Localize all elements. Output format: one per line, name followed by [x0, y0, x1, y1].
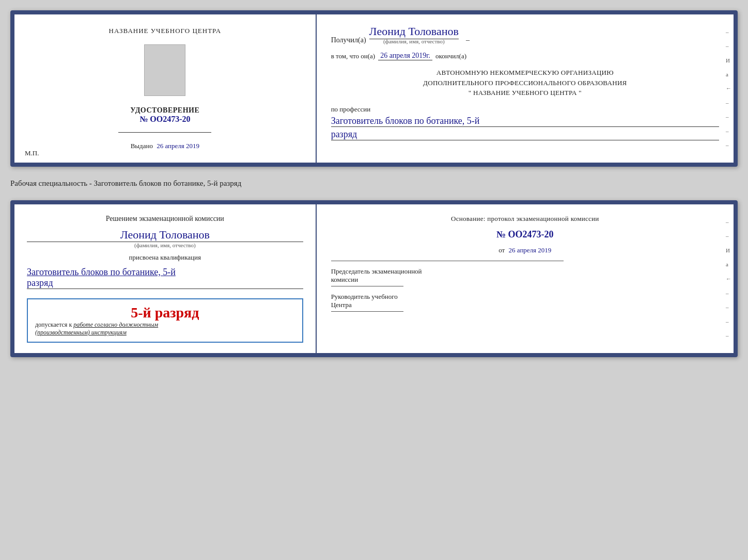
rukovoditel-label: Руководитель учебного	[331, 293, 719, 301]
dopuskaetsya-value: работе согласно должностным	[73, 321, 158, 328]
separator-text: Рабочая специальность - Заготовитель бло…	[10, 176, 738, 191]
side-marks: – – И а ← – – – –	[726, 14, 731, 163]
dopuskaetsya-text: допускается к работе согласно должностны…	[35, 321, 295, 337]
stamp-rank: 5-й разряд	[35, 305, 295, 321]
ot-date-line: от 26 апреля 2019	[331, 246, 719, 254]
vtom-line: в том, что он(а) 26 апреля 2019г. окончи…	[331, 52, 719, 60]
bottom-doc-left: Решением экзаменационной комиссии Леонид…	[14, 204, 317, 353]
prisvoena-label: присвоена квалификация	[27, 253, 303, 262]
side-marks-bottom: – – И а ← – – – –	[726, 204, 731, 353]
udostoverenie-title: УДОСТОВЕРЕНИЕ	[130, 106, 199, 115]
page-container: НАЗВАНИЕ УЧЕБНОГО ЦЕНТРА УДОСТОВЕРЕНИЕ №…	[10, 10, 738, 357]
poluchil-line: Получил(а) Леонид Толованов (фамилия, им…	[331, 25, 719, 44]
dopuskaetsya-label: допускается к	[35, 321, 72, 328]
bottom-doc-right: Основание: протокол экзаменационной коми…	[317, 204, 734, 353]
org-line1: АВТОНОМНУЮ НЕКОММЕРЧЕСКУЮ ОРГАНИЗАЦИЮ	[331, 68, 719, 78]
osnovanie-label: Основание: протокол экзаменационной коми…	[331, 215, 719, 223]
fio-subtitle2: (фамилия, имя, отчество)	[27, 242, 303, 248]
completion-date: 26 апреля 2019г.	[378, 52, 432, 60]
okonchil-label: окончил(а)	[435, 52, 466, 60]
poluchil-label: Получил(а)	[331, 36, 366, 44]
stamp-box: 5-й разряд допускается к работе согласно…	[27, 298, 303, 343]
mp-label: М.П.	[25, 149, 39, 157]
predsedatel-label: Председатель экзаменационной	[331, 267, 719, 276]
bottom-document: Решением экзаменационной комиссии Леонид…	[10, 200, 738, 357]
org-line2: ДОПОЛНИТЕЛЬНОГО ПРОФЕССИОНАЛЬНОГО ОБРАЗО…	[331, 78, 719, 88]
razryad-value2: разряд	[27, 278, 303, 289]
organization-block: АВТОНОМНУЮ НЕКОММЕРЧЕСКУЮ ОРГАНИЗАЦИЮ ДО…	[331, 68, 719, 98]
po-professii-label: по профессии	[331, 105, 371, 113]
protocol-number: № OO2473-20	[331, 229, 719, 240]
vydano-line: Выдано 26 апреля 2019	[131, 142, 199, 150]
vtom-label: в том, что он(а)	[331, 52, 376, 60]
training-center-label: НАЗВАНИЕ УЧЕБНОГО ЦЕНТРА	[109, 27, 221, 35]
rukovoditel-block: Руководитель учебного Центра	[331, 293, 719, 312]
qualification-block: Заготовитель блоков по ботанике, 5-й раз…	[27, 267, 303, 289]
top-doc-left: НАЗВАНИЕ УЧЕБНОГО ЦЕНТРА УДОСТОВЕРЕНИЕ №…	[14, 14, 317, 163]
ot-label: от	[498, 246, 505, 254]
name-block: Леонид Толованов (фамилия, имя, отчество…	[27, 228, 303, 248]
komissii-label: комиссии	[331, 276, 719, 284]
recipient-name: Леонид Толованов	[369, 25, 459, 39]
vydano-label: Выдано	[131, 142, 153, 150]
predsedatel-signature	[331, 286, 403, 286]
top-doc-right: Получил(а) Леонид Толованов (фамилия, им…	[317, 14, 734, 163]
instruktsiyam-value: (производственным) инструкциям	[35, 329, 127, 336]
resheniem-label: Решением экзаменационной комиссии	[27, 215, 303, 223]
photo-placeholder	[144, 44, 185, 96]
predsedatel-block: Председатель экзаменационной комиссии	[331, 267, 719, 286]
recipient-name2: Леонид Толованов	[27, 228, 303, 242]
qualification-value: Заготовитель блоков по ботанике, 5-й	[27, 267, 303, 278]
profession-value: Заготовитель блоков по ботанике, 5-й	[331, 116, 719, 127]
center-name: " НАЗВАНИЕ УЧЕБНОГО ЦЕНТРА "	[331, 88, 719, 98]
vydano-date: 26 апреля 2019	[157, 142, 199, 150]
top-document: НАЗВАНИЕ УЧЕБНОГО ЦЕНТРА УДОСТОВЕРЕНИЕ №…	[10, 10, 738, 167]
dash1: –	[466, 36, 470, 44]
rukovoditel-signature	[331, 311, 403, 312]
razryad-value: разряд	[331, 129, 719, 140]
ot-date-value: 26 апреля 2019	[509, 246, 552, 254]
cert-number: № OO2473-20	[139, 115, 190, 124]
tsentra-label: Центра	[331, 301, 719, 309]
po-professii: по профессии Заготовитель блоков по бота…	[331, 105, 719, 140]
